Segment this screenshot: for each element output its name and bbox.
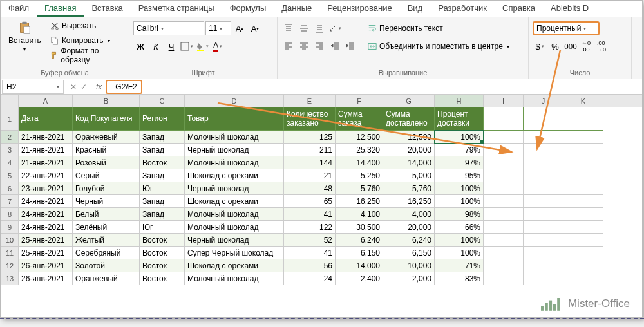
cell[interactable]: Восток: [140, 247, 185, 259]
cell[interactable]: Супер Черный шоколад: [185, 247, 284, 259]
cell[interactable]: 95%: [435, 169, 484, 182]
cell[interactable]: 52: [284, 234, 336, 247]
cell[interactable]: Молочный шоколад: [185, 156, 284, 169]
cell[interactable]: 22-янв-2021: [19, 169, 73, 182]
cell-empty[interactable]: [484, 107, 524, 131]
cell-empty[interactable]: [564, 208, 603, 221]
col-header-D[interactable]: D: [185, 95, 284, 107]
cell[interactable]: 24-янв-2021: [19, 208, 73, 221]
cell[interactable]: 26-янв-2021: [19, 259, 73, 272]
decrease-decimal-icon[interactable]: .00→0: [594, 39, 609, 53]
tab-вставка[interactable]: Вставка: [84, 1, 130, 17]
cell[interactable]: 21: [284, 169, 336, 182]
cell[interactable]: Красный: [73, 144, 140, 156]
cell[interactable]: 16,250: [336, 195, 383, 208]
cell[interactable]: 144: [284, 156, 336, 169]
cell[interactable]: Оранжевый: [73, 272, 140, 285]
tab-данные[interactable]: Данные: [274, 1, 319, 17]
cell[interactable]: 100%: [435, 234, 484, 247]
cell[interactable]: 25-янв-2021: [19, 234, 73, 247]
cell[interactable]: 56: [284, 259, 336, 272]
row-header-5[interactable]: 5: [1, 169, 19, 182]
font-name-combo[interactable]: Calibri▾: [133, 21, 204, 35]
cell[interactable]: Голубой: [73, 182, 140, 195]
row-header-4[interactable]: 4: [1, 156, 19, 169]
cell[interactable]: Шоколад с орехами: [185, 195, 284, 208]
decrease-indent-icon[interactable]: [328, 39, 342, 53]
row-header-8[interactable]: 8: [1, 208, 19, 221]
cell[interactable]: 20,000: [383, 221, 435, 234]
cell-empty[interactable]: [484, 169, 524, 182]
cell[interactable]: Восток: [140, 272, 185, 285]
align-bottom-icon[interactable]: [312, 21, 327, 35]
cell-empty[interactable]: [484, 247, 524, 259]
cell[interactable]: Желтый: [73, 234, 140, 247]
cell[interactable]: 12,500: [383, 131, 435, 144]
cell[interactable]: 79%: [435, 144, 484, 156]
cell[interactable]: 83%: [435, 272, 484, 285]
cell[interactable]: Черный шоколад: [185, 234, 284, 247]
wrap-text-button[interactable]: Переносить текст: [365, 21, 512, 35]
cell[interactable]: Запад: [140, 208, 185, 221]
cell[interactable]: 25,320: [336, 144, 383, 156]
cell[interactable]: 23-янв-2021: [19, 182, 73, 195]
cell[interactable]: 5,760: [383, 182, 435, 195]
cell[interactable]: 100%: [435, 131, 484, 144]
row-header-7[interactable]: 7: [1, 195, 19, 208]
formula-input[interactable]: =G2/F2: [106, 80, 642, 94]
cell[interactable]: Оранжевый: [73, 131, 140, 144]
col-header-E[interactable]: E: [284, 95, 336, 107]
cell[interactable]: Зелёный: [73, 221, 140, 234]
cell[interactable]: 20,000: [383, 144, 435, 156]
copy-button[interactable]: Копировать ▾: [48, 33, 125, 48]
col-header-C[interactable]: C: [140, 95, 185, 107]
cell[interactable]: 30,500: [336, 221, 383, 234]
enter-formula-icon[interactable]: ✓: [80, 82, 87, 91]
cut-button[interactable]: Вырезать: [48, 19, 125, 33]
align-top-icon[interactable]: [281, 21, 296, 35]
tab-разметка-страницы[interactable]: Разметка страницы: [131, 1, 222, 17]
format-painter-button[interactable]: Формат по образцу: [48, 48, 125, 62]
cell[interactable]: Молочный шоколад: [185, 221, 284, 234]
cell[interactable]: Молочный шоколад: [185, 272, 284, 285]
decrease-font-icon[interactable]: A▾: [248, 21, 262, 35]
cell[interactable]: 6,150: [336, 247, 383, 259]
cell-empty[interactable]: [484, 131, 524, 144]
italic-button[interactable]: К: [149, 39, 163, 53]
cell-empty[interactable]: [564, 272, 603, 285]
cancel-formula-icon[interactable]: ✕: [70, 82, 77, 91]
cell[interactable]: Запад: [140, 131, 185, 144]
cell[interactable]: 2,000: [383, 272, 435, 285]
cell[interactable]: 100%: [435, 182, 484, 195]
cell[interactable]: 16,250: [383, 195, 435, 208]
cell[interactable]: 4,100: [336, 208, 383, 221]
cell-empty[interactable]: [564, 156, 603, 169]
cell[interactable]: 71%: [435, 259, 484, 272]
col-header-K[interactable]: K: [564, 95, 603, 107]
cell-empty[interactable]: [484, 208, 524, 221]
cell[interactable]: Запад: [140, 144, 185, 156]
cell[interactable]: 5,000: [383, 169, 435, 182]
cell[interactable]: 65: [284, 195, 336, 208]
cell[interactable]: 5,250: [336, 169, 383, 182]
cell[interactable]: 6,240: [383, 234, 435, 247]
bold-button[interactable]: Ж: [133, 39, 147, 53]
cell-empty[interactable]: [524, 156, 564, 169]
cell[interactable]: Запад: [140, 169, 185, 182]
cell[interactable]: Черный: [73, 195, 140, 208]
cell[interactable]: Розовый: [73, 156, 140, 169]
cell[interactable]: 10,000: [383, 259, 435, 272]
cell[interactable]: 24: [284, 272, 336, 285]
col-header-A[interactable]: A: [19, 95, 73, 107]
align-right-icon[interactable]: [312, 39, 327, 53]
cell[interactable]: Шоколад с орехами: [185, 259, 284, 272]
fill-color-button[interactable]: [195, 39, 209, 53]
cell[interactable]: 6,240: [336, 234, 383, 247]
row-header-9[interactable]: 9: [1, 221, 19, 234]
row-header-6[interactable]: 6: [1, 182, 19, 195]
row-header-3[interactable]: 3: [1, 144, 19, 156]
cell-empty[interactable]: [564, 144, 603, 156]
align-center-icon[interactable]: [297, 39, 311, 53]
cell-empty[interactable]: [484, 234, 524, 247]
cell[interactable]: Юг: [140, 182, 185, 195]
